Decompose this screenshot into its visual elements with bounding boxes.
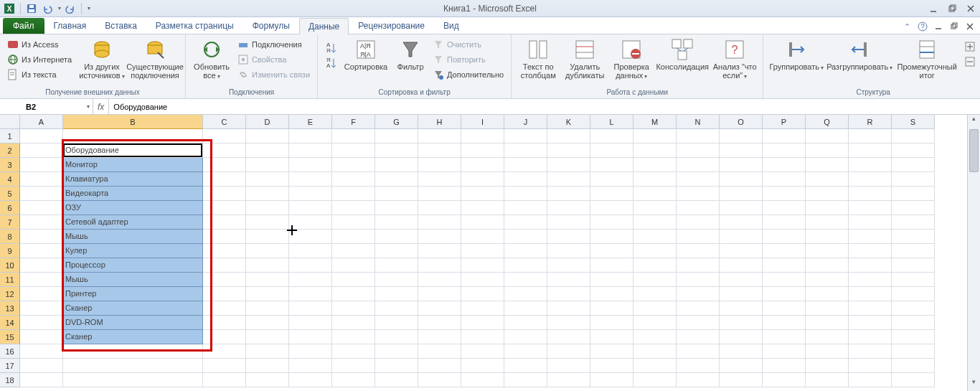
cell-B9[interactable]: Кулер [63, 244, 203, 258]
cell-C12[interactable] [203, 287, 246, 301]
col-header-D[interactable]: D [246, 115, 289, 129]
cell-F16[interactable] [332, 344, 375, 359]
cell-H16[interactable] [418, 344, 461, 359]
cell-A6[interactable] [20, 201, 63, 215]
cell-E3[interactable] [289, 158, 332, 172]
cell-C6[interactable] [203, 201, 246, 215]
cell-A16[interactable] [20, 344, 63, 359]
cell-A14[interactable] [20, 316, 63, 330]
cell-F18[interactable] [332, 373, 375, 387]
cell-G15[interactable] [375, 330, 418, 344]
name-box[interactable]: ▾ [22, 99, 93, 114]
cell-S18[interactable] [892, 373, 935, 387]
cell-H1[interactable] [418, 129, 461, 143]
cell-D17[interactable] [246, 359, 289, 373]
cell-N11[interactable] [677, 273, 720, 287]
cell-A9[interactable] [20, 244, 63, 258]
cell-E4[interactable] [289, 172, 332, 187]
cell-R15[interactable] [849, 330, 892, 344]
sort-asc-button[interactable]: АЯ [322, 42, 339, 55]
cell-I10[interactable] [461, 258, 504, 273]
cell-B11[interactable]: Мышь [63, 273, 203, 287]
cell-N15[interactable] [677, 330, 720, 344]
cell-R13[interactable] [849, 301, 892, 316]
cell-A15[interactable] [20, 330, 63, 344]
col-header-J[interactable]: J [504, 115, 547, 129]
cell-D5[interactable] [246, 187, 289, 201]
cell-M16[interactable] [633, 344, 677, 359]
cell-H10[interactable] [418, 258, 461, 273]
cell-M5[interactable] [633, 187, 677, 201]
cell-R2[interactable] [849, 143, 892, 158]
cell-A7[interactable] [20, 215, 63, 230]
cell-P16[interactable] [763, 344, 806, 359]
cell-Q1[interactable] [806, 129, 849, 143]
cell-R6[interactable] [849, 201, 892, 215]
cell-P8[interactable] [763, 230, 806, 244]
cell-O5[interactable] [720, 187, 763, 201]
tab-формулы[interactable]: Формулы [243, 17, 299, 34]
cell-L8[interactable] [590, 230, 633, 244]
cell-K4[interactable] [547, 172, 590, 187]
cell-L6[interactable] [590, 201, 633, 215]
tab-разметка страницы[interactable]: Разметка страницы [146, 17, 243, 34]
row-header-1[interactable]: 1 [0, 129, 20, 143]
cell-J13[interactable] [504, 301, 547, 316]
cell-G11[interactable] [375, 273, 418, 287]
row-header-4[interactable]: 4 [0, 172, 20, 187]
tab-рецензирование[interactable]: Рецензирование [349, 17, 434, 34]
cell-N8[interactable] [677, 230, 720, 244]
cell-B5[interactable]: Видеокарта [63, 187, 203, 201]
tab-главная[interactable]: Главная [44, 17, 96, 34]
col-header-E[interactable]: E [289, 115, 332, 129]
cell-Q5[interactable] [806, 187, 849, 201]
col-header-B[interactable]: B [63, 115, 203, 129]
cell-F12[interactable] [332, 287, 375, 301]
cell-C15[interactable] [203, 330, 246, 344]
cell-M18[interactable] [633, 373, 677, 387]
cell-J3[interactable] [504, 158, 547, 172]
cell-I15[interactable] [461, 330, 504, 344]
cell-Q17[interactable] [806, 359, 849, 373]
cell-J14[interactable] [504, 316, 547, 330]
cell-D10[interactable] [246, 258, 289, 273]
undo-dropdown[interactable]: ▾ [58, 5, 61, 11]
scroll-up-button[interactable]: ▴ [968, 115, 980, 128]
cell-A5[interactable] [20, 187, 63, 201]
sort-button[interactable]: А|ЯЯ|А Сортировка [341, 36, 391, 73]
tab-вид[interactable]: Вид [434, 17, 468, 34]
cell-A10[interactable] [20, 258, 63, 273]
cell-F3[interactable] [332, 158, 375, 172]
cell-C13[interactable] [203, 301, 246, 316]
ungroup-button[interactable]: Разгруппировать▾ [826, 36, 892, 75]
cell-C8[interactable] [203, 230, 246, 244]
cell-S16[interactable] [892, 344, 935, 359]
cell-D15[interactable] [246, 330, 289, 344]
cell-G5[interactable] [375, 187, 418, 201]
cell-S10[interactable] [892, 258, 935, 273]
col-header-A[interactable]: A [20, 115, 63, 129]
cell-L2[interactable] [590, 143, 633, 158]
cell-J4[interactable] [504, 172, 547, 187]
cell-F7[interactable] [332, 215, 375, 230]
text-to-columns-button[interactable]: Текст по столбцам [516, 36, 560, 82]
cell-F13[interactable] [332, 301, 375, 316]
cell-B18[interactable] [63, 373, 203, 387]
cell-R11[interactable] [849, 273, 892, 287]
cell-I9[interactable] [461, 244, 504, 258]
cell-L3[interactable] [590, 158, 633, 172]
col-header-I[interactable]: I [461, 115, 504, 129]
cell-B2[interactable]: Оборудование [63, 143, 203, 158]
consolidate-button[interactable]: Консолидация [655, 36, 710, 73]
cell-R7[interactable] [849, 215, 892, 230]
cell-J8[interactable] [504, 230, 547, 244]
cell-M8[interactable] [633, 230, 677, 244]
cell-P5[interactable] [763, 187, 806, 201]
cell-J7[interactable] [504, 215, 547, 230]
cell-F14[interactable] [332, 316, 375, 330]
cell-C10[interactable] [203, 258, 246, 273]
cell-O4[interactable] [720, 172, 763, 187]
cell-G18[interactable] [375, 373, 418, 387]
cell-G1[interactable] [375, 129, 418, 143]
row-header-11[interactable]: 11 [0, 273, 20, 287]
